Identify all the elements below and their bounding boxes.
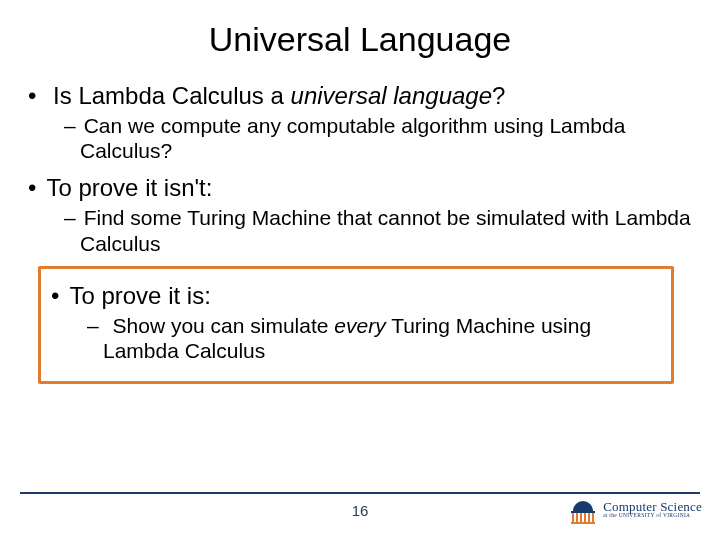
bullet-1: Is Lambda Calculus a universal language? [46, 81, 692, 111]
slide-content: Is Lambda Calculus a universal language?… [0, 81, 720, 384]
rotunda-icon [569, 494, 597, 524]
sub-3-ital: every [334, 314, 385, 337]
slide-title: Universal Language [0, 20, 720, 59]
footer: 16 Computer Science at the UNIVERSITY of… [0, 484, 720, 540]
sub-1: Can we compute any computable algorithm … [80, 113, 692, 163]
slide: Universal Language Is Lambda Calculus a … [0, 0, 720, 540]
bullet-1-ital: universal language [291, 82, 492, 109]
logo-sub: at the UNIVERSITY of VIRGINIA [603, 513, 702, 519]
bullet-2: To prove it isn't: [46, 173, 692, 203]
uva-cs-logo: Computer Science at the UNIVERSITY of VI… [569, 494, 702, 524]
sub-2: Find some Turing Machine that cannot be … [80, 205, 692, 255]
highlight-box: To prove it is: Show you can simulate ev… [38, 266, 674, 384]
bullet-3: To prove it is: [69, 281, 661, 311]
sub-3: Show you can simulate every Turing Machi… [103, 313, 661, 363]
bullet-1-post: ? [492, 82, 505, 109]
sub-3-pre: Show you can simulate [113, 314, 335, 337]
bullet-1-pre: Is Lambda Calculus a [53, 82, 290, 109]
logo-text: Computer Science at the UNIVERSITY of VI… [603, 500, 702, 519]
logo-main: Computer Science [603, 500, 702, 513]
